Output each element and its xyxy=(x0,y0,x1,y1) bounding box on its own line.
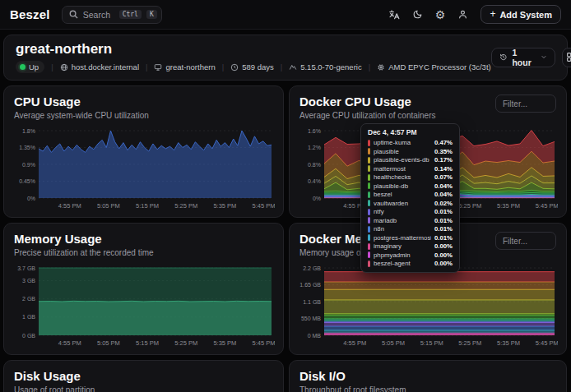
svg-text:4:55 PM: 4:55 PM xyxy=(58,202,81,210)
theme-toggle-moon-icon[interactable] xyxy=(412,9,423,20)
system-controls: 1 hour xyxy=(491,48,571,67)
uptime-label: 589 days xyxy=(242,62,274,71)
tooltip-row: beszel0.04% xyxy=(368,191,453,198)
series-value: 0.01% xyxy=(434,217,453,224)
svg-text:5:15 PM: 5:15 PM xyxy=(136,339,159,347)
docker-memory-filter-input[interactable] xyxy=(495,232,556,250)
tooltip-row: beszel-agent0.00% xyxy=(368,260,453,267)
series-value: 0.00% xyxy=(434,251,453,259)
svg-text:2.2 GB: 2.2 GB xyxy=(303,265,321,271)
card-title: Disk I/O xyxy=(299,369,556,383)
tooltip-rows: uptime-kuma0.47%plausible0.35%plausible-… xyxy=(368,139,453,267)
app-logo[interactable]: Beszel xyxy=(10,7,50,21)
divider: | xyxy=(222,62,224,71)
svg-text:5:45 PM: 5:45 PM xyxy=(253,202,275,210)
series-color-swatch xyxy=(368,191,370,198)
docker-memory-usage-chart[interactable]: 2.2 GB1.65 GB1.1 GB550 MB0 MB4:55 PM5:05… xyxy=(299,263,556,348)
svg-text:3.7 GB: 3.7 GB xyxy=(17,265,35,271)
system-name: great-northern xyxy=(16,41,491,58)
docker-cpu-filter-input[interactable] xyxy=(495,95,556,113)
tooltip-row: healthchecks0.07% xyxy=(368,173,453,181)
disk-io-card: Disk I/O Throughput of root filesystem xyxy=(289,360,567,392)
search-input[interactable]: Search Ctrl K xyxy=(62,6,162,24)
tooltip-row: plausible0.35% xyxy=(368,148,453,155)
uptime-chip: 589 days xyxy=(230,62,274,71)
cpu-usage-chart[interactable]: 1.8%1.35%0.9%0.45%0%4:55 PM5:05 PM5:15 P… xyxy=(14,126,273,210)
svg-text:0.9%: 0.9% xyxy=(22,162,35,168)
tooltip-row: ntfy0.01% xyxy=(368,208,453,215)
svg-text:5:25 PM: 5:25 PM xyxy=(458,339,481,347)
clock-icon xyxy=(230,63,239,71)
series-value: 0.00% xyxy=(434,242,453,250)
time-range-select[interactable]: 1 hour xyxy=(491,48,555,67)
card-title: CPU Usage xyxy=(14,95,273,108)
tooltip-row: vaultwarden0.02% xyxy=(368,200,453,207)
memory-usage-chart[interactable]: 3.7 GB3 GB2 GB1 GB0 GB4:55 PM5:05 PM5:15… xyxy=(14,263,273,348)
divider: | xyxy=(281,62,282,71)
svg-text:5:05 PM: 5:05 PM xyxy=(97,339,120,347)
card-title: Disk Usage xyxy=(14,369,273,383)
tooltip-row: postgres-mattermost0.01% xyxy=(368,234,453,242)
cpu-chip-icon xyxy=(377,63,385,71)
series-name: n8n xyxy=(374,225,431,233)
svg-text:5:35 PM: 5:35 PM xyxy=(497,202,520,210)
plus-icon: + xyxy=(490,8,495,20)
series-color-swatch xyxy=(368,234,370,241)
svg-text:5:25 PM: 5:25 PM xyxy=(174,339,197,347)
tooltip-row: phpmyadmin0.00% xyxy=(368,251,453,259)
svg-text:5:25 PM: 5:25 PM xyxy=(174,202,197,210)
series-color-swatch xyxy=(368,261,370,267)
series-name: phpmyadmin xyxy=(374,251,431,259)
series-name: plausible xyxy=(374,148,431,155)
series-color-swatch xyxy=(368,243,370,250)
grid-layout-button[interactable] xyxy=(562,48,571,67)
svg-text:4:55 PM: 4:55 PM xyxy=(343,339,366,347)
series-color-swatch xyxy=(368,165,370,172)
series-color-swatch xyxy=(368,148,370,154)
system-info-row: Up | host.docker.internal | great-northe… xyxy=(16,61,491,73)
card-subtitle: Average system-wide CPU utilization xyxy=(14,111,273,120)
kernel-label: 5.15.0-70-generic xyxy=(300,62,361,71)
series-name: mariadb xyxy=(374,217,431,224)
series-name: uptime-kuma xyxy=(374,139,431,146)
svg-text:2 GB: 2 GB xyxy=(22,296,35,302)
dashboard: great-northern Up | host.docker.internal… xyxy=(0,30,571,392)
memory-usage-card: Memory Usage Precise utilization at the … xyxy=(3,223,284,355)
tooltip-row: mattermost0.14% xyxy=(368,165,453,173)
series-color-swatch xyxy=(368,157,370,164)
svg-text:0 GB: 0 GB xyxy=(22,333,35,339)
search-icon xyxy=(69,10,78,19)
svg-text:1.35%: 1.35% xyxy=(19,145,35,150)
series-name: vaultwarden xyxy=(374,200,431,207)
divider: | xyxy=(369,62,370,71)
svg-text:0.8%: 0.8% xyxy=(308,162,321,168)
svg-text:5:45 PM: 5:45 PM xyxy=(536,339,558,347)
language-icon[interactable] xyxy=(388,9,400,21)
status-up-dot xyxy=(20,64,26,70)
tooltip-row: imaginary0.00% xyxy=(368,242,453,250)
series-name: ntfy xyxy=(374,208,431,215)
series-value: 0.47% xyxy=(434,139,453,146)
settings-gear-icon[interactable]: ⚙ xyxy=(435,9,446,21)
series-name: imaginary xyxy=(374,242,431,250)
shortcut-key-ctrl: Ctrl xyxy=(119,10,142,19)
status-label: Up xyxy=(29,62,39,71)
disk-usage-card: Disk Usage Usage of root partition xyxy=(3,360,284,392)
svg-text:1.8%: 1.8% xyxy=(22,128,35,134)
tooltip-row: uptime-kuma0.47% xyxy=(368,139,453,146)
svg-text:5:35 PM: 5:35 PM xyxy=(213,202,236,210)
svg-text:550 MB: 550 MB xyxy=(301,316,321,321)
add-system-label: Add System xyxy=(499,10,552,20)
user-icon[interactable] xyxy=(457,9,468,20)
add-system-button[interactable]: + Add System xyxy=(480,5,561,24)
series-color-swatch xyxy=(368,226,370,233)
tooltip-row: mariadb0.01% xyxy=(368,217,453,224)
series-color-swatch xyxy=(368,174,370,181)
svg-text:1.6%: 1.6% xyxy=(308,128,321,134)
series-value: 0.01% xyxy=(434,234,453,242)
series-name: postgres-mattermost xyxy=(374,234,431,242)
svg-text:5:45 PM: 5:45 PM xyxy=(253,339,275,347)
card-subtitle: Usage of root partition xyxy=(14,385,273,392)
top-nav: Beszel Search Ctrl K ⚙ + Add System xyxy=(0,0,571,30)
series-color-swatch xyxy=(368,140,370,146)
